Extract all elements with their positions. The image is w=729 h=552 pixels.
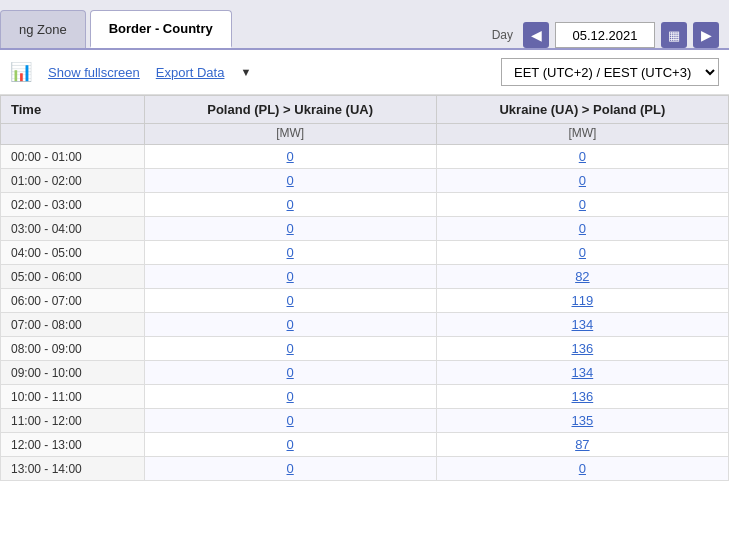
table-row: 07:00 - 08:000134: [1, 313, 729, 337]
time-cell: 11:00 - 12:00: [1, 409, 145, 433]
time-cell: 12:00 - 13:00: [1, 433, 145, 457]
pl-ua-value-cell[interactable]: 0: [144, 409, 436, 433]
time-cell: 02:00 - 03:00: [1, 193, 145, 217]
ua-pl-value-cell[interactable]: 136: [436, 337, 728, 361]
ua-pl-value-cell[interactable]: 0: [436, 145, 728, 169]
pl-ua-value-cell[interactable]: 0: [144, 313, 436, 337]
table-row: 10:00 - 11:000136: [1, 385, 729, 409]
time-cell: 10:00 - 11:00: [1, 385, 145, 409]
pl-ua-value-cell[interactable]: 0: [144, 241, 436, 265]
ua-pl-value-cell[interactable]: 0: [436, 241, 728, 265]
pl-ua-value-cell[interactable]: 0: [144, 193, 436, 217]
ua-pl-value-cell[interactable]: 134: [436, 313, 728, 337]
toolbar: 📊 Show fullscreen Export Data ▼ EET (UTC…: [0, 50, 729, 95]
ua-pl-value-cell[interactable]: 0: [436, 193, 728, 217]
ua-pl-unit-header: [MW]: [436, 124, 728, 145]
pl-ua-unit-header: [MW]: [144, 124, 436, 145]
ua-pl-value-cell[interactable]: 82: [436, 265, 728, 289]
time-cell: 07:00 - 08:00: [1, 313, 145, 337]
table-row: 00:00 - 01:0000: [1, 145, 729, 169]
pl-ua-value-cell[interactable]: 0: [144, 385, 436, 409]
pl-ua-value-cell[interactable]: 0: [144, 169, 436, 193]
table-row: 03:00 - 04:0000: [1, 217, 729, 241]
timezone-select-input[interactable]: EET (UTC+2) / EEST (UTC+3)UTCCET (UTC+1)…: [501, 58, 719, 86]
pl-ua-value-cell[interactable]: 0: [144, 265, 436, 289]
pl-ua-value-cell[interactable]: 0: [144, 457, 436, 481]
export-data-button[interactable]: Export Data: [156, 65, 225, 80]
time-cell: 13:00 - 14:00: [1, 457, 145, 481]
pl-ua-value-cell[interactable]: 0: [144, 361, 436, 385]
time-cell: 01:00 - 02:00: [1, 169, 145, 193]
calendar-button[interactable]: ▦: [661, 22, 687, 48]
time-cell: 09:00 - 10:00: [1, 361, 145, 385]
table-row: 04:00 - 05:0000: [1, 241, 729, 265]
tab-border-country[interactable]: Border - Country: [90, 10, 232, 48]
table-row: 06:00 - 07:000119: [1, 289, 729, 313]
time-cell: 00:00 - 01:00: [1, 145, 145, 169]
table-row: 11:00 - 12:000135: [1, 409, 729, 433]
ua-pl-value-cell[interactable]: 119: [436, 289, 728, 313]
pl-ua-value-cell[interactable]: 0: [144, 217, 436, 241]
ua-pl-value-cell[interactable]: 0: [436, 169, 728, 193]
pl-ua-value-cell[interactable]: 0: [144, 145, 436, 169]
ua-pl-value-cell[interactable]: 87: [436, 433, 728, 457]
ua-pl-value-cell[interactable]: 136: [436, 385, 728, 409]
table-row: 05:00 - 06:00082: [1, 265, 729, 289]
timezone-selector[interactable]: EET (UTC+2) / EEST (UTC+3)UTCCET (UTC+1)…: [501, 58, 719, 86]
fullscreen-button[interactable]: Show fullscreen: [48, 65, 140, 80]
time-cell: 03:00 - 04:00: [1, 217, 145, 241]
ua-pl-column-header: Ukraine (UA) > Poland (PL): [436, 96, 728, 124]
table-row: 09:00 - 10:000134: [1, 361, 729, 385]
time-column-header: Time: [1, 96, 145, 124]
pl-ua-value-cell[interactable]: 0: [144, 337, 436, 361]
tab-bar: ng Zone Border - Country Day ◀ ▦ ▶: [0, 0, 729, 50]
table-row: 13:00 - 14:0000: [1, 457, 729, 481]
data-table-container: Time Poland (PL) > Ukraine (UA) Ukraine …: [0, 95, 729, 481]
tab-bidding-zone[interactable]: ng Zone: [0, 10, 86, 48]
ua-pl-value-cell[interactable]: 0: [436, 217, 728, 241]
ua-pl-value-cell[interactable]: 135: [436, 409, 728, 433]
pl-ua-column-header: Poland (PL) > Ukraine (UA): [144, 96, 436, 124]
table-row: 08:00 - 09:000136: [1, 337, 729, 361]
next-day-button[interactable]: ▶: [693, 22, 719, 48]
day-label: Day: [492, 28, 513, 42]
cross-border-table: Time Poland (PL) > Ukraine (UA) Ukraine …: [0, 95, 729, 481]
pl-ua-value-cell[interactable]: 0: [144, 289, 436, 313]
date-input[interactable]: [555, 22, 655, 48]
time-cell: 05:00 - 06:00: [1, 265, 145, 289]
time-cell: 06:00 - 07:00: [1, 289, 145, 313]
table-row: 12:00 - 13:00087: [1, 433, 729, 457]
time-cell: 04:00 - 05:00: [1, 241, 145, 265]
time-cell: 08:00 - 09:00: [1, 337, 145, 361]
table-row: 01:00 - 02:0000: [1, 169, 729, 193]
ua-pl-value-cell[interactable]: 0: [436, 457, 728, 481]
export-arrow-icon: ▼: [240, 66, 251, 78]
chart-icon: 📊: [10, 61, 32, 83]
ua-pl-value-cell[interactable]: 134: [436, 361, 728, 385]
time-unit-header: [1, 124, 145, 145]
table-row: 02:00 - 03:0000: [1, 193, 729, 217]
pl-ua-value-cell[interactable]: 0: [144, 433, 436, 457]
prev-day-button[interactable]: ◀: [523, 22, 549, 48]
